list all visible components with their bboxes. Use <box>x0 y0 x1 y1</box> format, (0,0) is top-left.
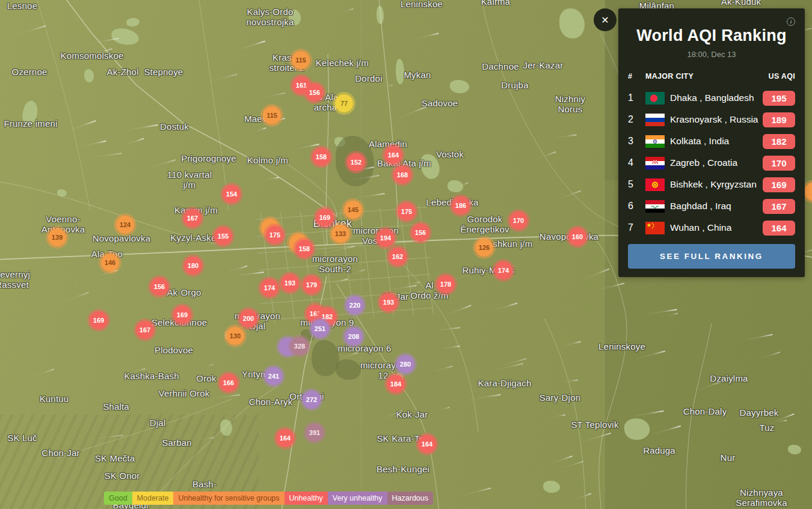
aqi-marker[interactable]: 164 <box>276 429 294 447</box>
map-place-label: Shalta <box>103 402 129 412</box>
aqi-marker[interactable]: 175 <box>398 203 416 221</box>
map-place-label: Nizhnyaya Serafimovka <box>736 488 787 508</box>
map-place-label: Kuntuu <box>40 394 69 404</box>
map-place-label: Nizhniy Norus <box>555 94 586 115</box>
map-place-label: Nur <box>721 453 736 463</box>
ranking-row[interactable]: 3Kolkata , India182 <box>618 130 805 152</box>
ranking-row[interactable]: 4Zagreb , Croatia170 <box>618 152 805 174</box>
aqi-marker[interactable]: 169 <box>173 306 191 324</box>
map-place-label: Sadovoe <box>422 99 458 109</box>
flag-cn-icon <box>645 222 665 234</box>
aqi-marker[interactable]: 164 <box>384 146 402 164</box>
aqi-marker[interactable]: 180 <box>184 257 202 275</box>
map-place-label: SK Onor <box>105 471 140 481</box>
city-name: Bishkek , Kyrgyzstan <box>670 179 763 190</box>
aqi-marker[interactable]: 193 <box>281 274 299 292</box>
aqi-marker[interactable]: 184 <box>387 375 405 393</box>
see-full-ranking-button[interactable]: SEE FULL RANKING <box>628 244 795 269</box>
aqi-badge: 189 <box>763 112 795 127</box>
map-place-label: Gorodok Énergetikov <box>460 215 509 235</box>
aqi-marker[interactable]: 391 <box>306 424 324 442</box>
aqi-marker[interactable]: 179 <box>303 276 321 294</box>
map-place-label: Djal <box>150 418 166 428</box>
rank-number: 7 <box>628 222 645 233</box>
flag-bd-icon <box>645 92 665 105</box>
aqi-marker[interactable]: 200 <box>239 309 257 328</box>
aqi-badge: 169 <box>763 177 795 192</box>
aqi-marker[interactable]: 124 <box>116 216 134 234</box>
city-name: Krasnoyarsk , Russia <box>670 114 763 125</box>
ranking-row[interactable]: 2Krasnoyarsk , Russia189 <box>618 109 805 130</box>
map-place-label: Kolmo j/m <box>247 156 288 166</box>
aqi-marker[interactable]: 174 <box>260 279 278 297</box>
map-place-label: Frunze imeni <box>4 119 57 129</box>
aqi-marker[interactable]: 158 <box>295 240 313 258</box>
panel-timestamp: 18:00, Dec 13 <box>618 50 805 59</box>
aqi-marker[interactable]: 156 <box>306 84 324 102</box>
aqi-marker[interactable]: 193 <box>380 293 398 311</box>
map-place-label: Kalys-Ordo novostrojka <box>247 7 294 28</box>
aqi-marker[interactable]: 130 <box>226 327 244 345</box>
rank-number: 5 <box>628 179 645 190</box>
aqi-marker[interactable]: 156 <box>411 224 429 242</box>
aqi-marker[interactable]: 168 <box>393 166 411 184</box>
aqi-marker[interactable]: 208 <box>345 328 363 346</box>
city-name: Zagreb , Croatia <box>670 157 763 168</box>
map-place-label: Chon-Aryk <box>249 397 293 407</box>
aqi-marker[interactable]: 241 <box>265 367 283 385</box>
flag-kg-icon <box>645 178 665 191</box>
aqi-marker[interactable]: 167 <box>183 209 201 227</box>
aqi-badge: 164 <box>763 221 795 236</box>
map-place-label: Jer-Kazar <box>523 61 564 71</box>
legend-item: Unhealthy <box>285 492 328 505</box>
aqi-marker[interactable]: 167 <box>136 321 154 339</box>
aqi-marker[interactable]: 154 <box>223 185 241 203</box>
aqi-marker[interactable]: 145 <box>344 201 362 219</box>
aqi-marker[interactable]: 169 <box>90 311 108 329</box>
aqi-marker[interactable]: 155 <box>214 227 232 245</box>
map-place-label: Severnyj Rassvet <box>0 270 30 290</box>
aqi-marker[interactable]: 272 <box>303 391 321 409</box>
ranking-row[interactable]: 1Dhaka , Bangladesh195 <box>618 87 805 109</box>
map-place-label: Chon-Daly <box>683 407 727 417</box>
aqi-marker[interactable]: 156 <box>150 278 168 296</box>
aqi-marker[interactable]: 162 <box>389 248 407 266</box>
map-place-label: Komsomolskoe <box>61 51 124 61</box>
aqi-marker[interactable]: 158 <box>312 148 330 166</box>
map-place-label: Novopavlovka <box>93 234 151 244</box>
aqi-marker[interactable]: 166 <box>220 374 238 392</box>
aqi-marker[interactable]: 280 <box>396 355 414 373</box>
aqi-marker[interactable]: 115 <box>263 106 281 124</box>
ranking-row[interactable]: 7Wuhan , China164 <box>618 217 805 239</box>
aqi-marker[interactable]: 152 <box>347 153 365 171</box>
aqi-marker[interactable]: 174 <box>494 261 512 279</box>
aqi-marker[interactable]: 328 <box>291 337 309 355</box>
aqi-marker[interactable]: 115 <box>292 51 310 69</box>
aqi-marker[interactable]: 251 <box>311 320 329 338</box>
road <box>544 319 586 509</box>
aqi-marker[interactable]: 169 <box>316 209 334 227</box>
aqi-marker[interactable]: 175 <box>266 226 284 244</box>
map-place-label: 110 kvartal j/m <box>167 170 212 190</box>
aqi-marker[interactable]: 133 <box>331 225 349 243</box>
aqi-marker[interactable]: 126 <box>475 239 493 257</box>
city-name: Kolkata , India <box>670 136 763 147</box>
aqi-marker[interactable]: 178 <box>437 275 455 293</box>
map-place-label: microrayon 6 <box>337 344 391 354</box>
aqi-marker[interactable]: 170 <box>509 212 527 230</box>
aqi-marker[interactable]: 186 <box>452 197 470 215</box>
info-icon[interactable]: i <box>787 17 795 26</box>
ranking-close-button[interactable]: ✕ <box>594 8 617 31</box>
ranking-row[interactable]: 6Baghdad , Iraq167 <box>618 195 805 217</box>
aqi-marker[interactable]: 164 <box>418 435 436 453</box>
rank-number: 3 <box>628 136 645 147</box>
aqi-marker[interactable]: 160 <box>568 228 586 246</box>
aqi-marker[interactable]: 194 <box>377 229 395 247</box>
map-place-label: Dordoi <box>355 74 382 84</box>
aqi-marker[interactable]: 146 <box>101 254 119 272</box>
aqi-marker[interactable]: 220 <box>346 296 364 314</box>
aqi-marker[interactable]: 139 <box>48 228 66 246</box>
aqi-marker[interactable]: 77 <box>335 94 353 112</box>
map-place-label: Sarban <box>162 438 192 448</box>
ranking-row[interactable]: 5Bishkek , Kyrgyzstan169 <box>618 174 805 195</box>
